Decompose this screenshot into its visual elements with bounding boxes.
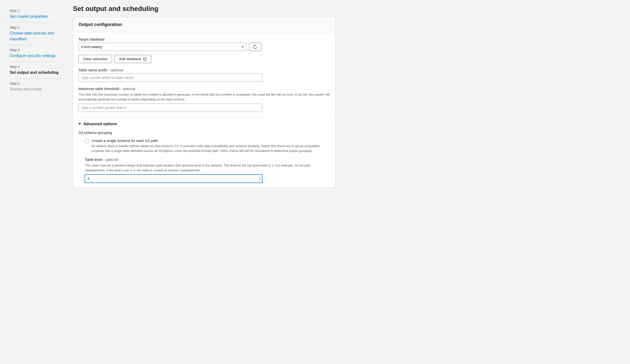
target-database-field: Target database 0-test-catalog [78, 37, 330, 63]
sidebar-step-4: Step 4 Set output and scheduling [10, 62, 63, 78]
svg-marker-1 [78, 123, 81, 125]
number-stepper[interactable]: ▲ ▼ [259, 177, 261, 181]
max-threshold-field: Maximum table threshold - optional This … [78, 87, 330, 112]
step-number: Step 1 [10, 9, 63, 13]
step-number: Step 3 [10, 48, 63, 52]
panel-body: Target database 0-test-catalog [73, 32, 335, 187]
divider [73, 117, 335, 117]
sidebar-step-3[interactable]: Step 3 Configure security settings [10, 45, 63, 62]
add-database-button[interactable]: Add database [114, 55, 152, 63]
max-threshold-label: Maximum table threshold - optional [78, 87, 330, 91]
table-level-input[interactable] [85, 175, 262, 183]
step-label[interactable]: Set crawler properties [10, 13, 63, 19]
output-configuration-panel: Output configuration Target database 0-t… [73, 17, 336, 188]
sidebar-step-5: Step 5 Review and create [10, 78, 63, 95]
single-schema-checkbox[interactable] [85, 139, 89, 143]
advanced-options-toggle[interactable]: Advanced options [78, 122, 330, 126]
refresh-button[interactable] [249, 43, 261, 51]
single-schema-checkbox-row: Create a single schema for each S3 path … [78, 139, 330, 153]
table-level-help: The value must be a positive integer tha… [85, 163, 330, 173]
target-database-label: Target database [78, 37, 330, 41]
table-prefix-input[interactable] [78, 74, 262, 82]
step-number: Step 2 [10, 25, 63, 29]
step-label[interactable]: Configure security settings [10, 53, 63, 59]
clear-selection-button[interactable]: Clear selection [78, 55, 112, 63]
target-database-select[interactable]: 0-test-catalog [78, 43, 247, 51]
single-schema-label: Create a single schema for each S3 path [92, 139, 330, 143]
table-level-label: Table level - optional [85, 158, 330, 162]
target-database-value: 0-test-catalog [81, 45, 102, 49]
main-content: Set output and scheduling Output configu… [73, 0, 345, 364]
page-title: Set output and scheduling [73, 5, 336, 13]
sidebar-step-2[interactable]: Step 2 Choose data sources and classifie… [10, 22, 63, 45]
step-number: Step 4 [10, 65, 63, 69]
max-threshold-help: This field sets the maximum number of ta… [78, 92, 330, 102]
max-threshold-input[interactable] [78, 104, 262, 112]
table-prefix-label: Table name prefix - optional [78, 68, 330, 72]
wizard-sidebar: Step 1 Set crawler properties Step 2 Cho… [0, 0, 73, 364]
refresh-icon [253, 45, 258, 49]
panel-title: Output configuration [78, 22, 330, 27]
step-label: Set output and scheduling [10, 70, 63, 75]
single-schema-help: By default, when a crawler defines table… [92, 144, 330, 153]
caret-down-icon [78, 123, 81, 125]
step-down-icon[interactable]: ▼ [259, 179, 261, 181]
panel-header: Output configuration [73, 17, 335, 32]
step-number: Step 5 [10, 82, 63, 85]
s3-schema-grouping-heading: S3 schema grouping [78, 131, 330, 135]
step-label[interactable]: Choose data sources and classifiers [10, 30, 63, 42]
external-link-icon [143, 57, 146, 61]
table-prefix-field: Table name prefix - optional [78, 68, 330, 82]
step-label: Review and create [10, 86, 63, 92]
sidebar-step-1[interactable]: Step 1 Set crawler properties [10, 6, 63, 22]
table-level-field: Table level - optional The value must be… [78, 158, 330, 183]
